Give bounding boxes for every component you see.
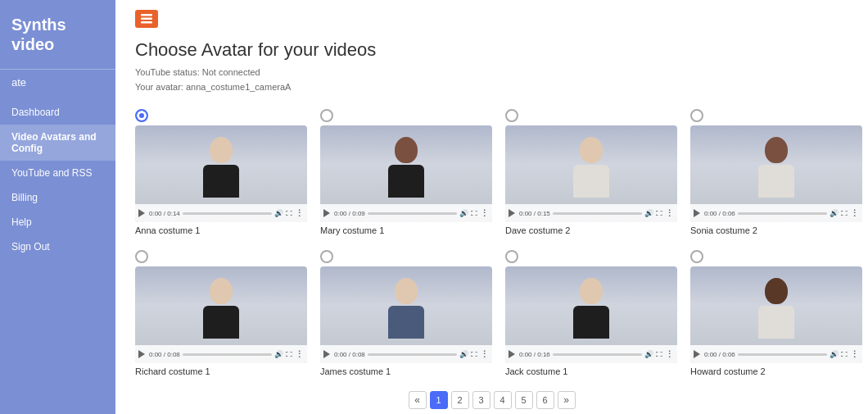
progress-bar[interactable] <box>183 353 272 356</box>
avatar-label-richard-1: Richard costume 1 <box>135 366 307 376</box>
pagination-page-5[interactable]: 5 <box>515 391 533 409</box>
avatar-video-jack-1: 0:00 / 0:16 🔊 ⛶ ⋮ <box>505 266 677 363</box>
avatar-radio-howard-2[interactable] <box>690 250 703 263</box>
volume-icon[interactable]: 🔊 <box>459 209 468 217</box>
avatar-radio-anna-1[interactable] <box>135 109 148 122</box>
app-icon <box>135 10 158 28</box>
play-icon[interactable] <box>138 209 147 217</box>
avatar-radio-jack-1[interactable] <box>505 250 518 263</box>
expand-icon[interactable]: ⛶ <box>286 210 292 217</box>
play-icon[interactable] <box>694 209 702 217</box>
sidebar-item-dashboard[interactable]: Dashboard <box>0 100 115 125</box>
video-time: 0:00 / 0:08 <box>149 351 180 358</box>
volume-icon[interactable]: 🔊 <box>644 350 653 358</box>
expand-icon[interactable]: ⛶ <box>841 210 848 217</box>
more-icon[interactable]: ⋮ <box>295 349 304 360</box>
avatar-card-mary-1[interactable]: 0:00 / 0:09 🔊 ⛶ ⋮ Mary costume 1 <box>320 107 492 235</box>
more-icon[interactable]: ⋮ <box>480 208 489 219</box>
pagination-page-1[interactable]: 1 <box>430 391 448 409</box>
more-icon[interactable]: ⋮ <box>850 208 859 219</box>
pagination: «123456» <box>135 391 848 409</box>
avatar-card-anna-1[interactable]: 0:00 / 0:14 🔊 ⛶ ⋮ Anna costume 1 <box>135 107 307 235</box>
expand-icon[interactable]: ⛶ <box>656 351 662 358</box>
sidebar-nav: DashboardVideo Avatars and ConfigYouTube… <box>0 97 115 259</box>
avatar-label-anna-1: Anna costume 1 <box>135 225 307 235</box>
avatar-radio-sonia-2[interactable] <box>690 109 703 122</box>
avatar-video-howard-2: 0:00 / 0:06 🔊 ⛶ ⋮ <box>690 266 862 363</box>
sidebar-item-youtube-rss[interactable]: YouTube and RSS <box>0 161 115 185</box>
more-icon[interactable]: ⋮ <box>850 349 859 360</box>
pagination-page-6[interactable]: 6 <box>536 391 554 409</box>
progress-bar[interactable] <box>553 353 642 356</box>
sidebar-item-help[interactable]: Help <box>0 210 115 234</box>
page-heading: Choose Avatar for your videos <box>135 39 848 61</box>
sidebar-item-billing[interactable]: Billing <box>0 185 115 210</box>
expand-icon[interactable]: ⛶ <box>471 210 477 217</box>
avatar-label-jack-1: Jack costume 1 <box>505 366 677 376</box>
video-time: 0:00 / 0:15 <box>519 210 550 217</box>
progress-bar[interactable] <box>368 353 457 356</box>
svg-rect-0 <box>141 14 152 16</box>
avatar-card-jack-1[interactable]: 0:00 / 0:16 🔊 ⛶ ⋮ Jack costume 1 <box>505 248 677 376</box>
expand-icon[interactable]: ⛶ <box>841 351 848 358</box>
play-icon[interactable] <box>694 350 702 358</box>
avatar-label-howard-2: Howard costume 2 <box>690 366 862 376</box>
pagination-prev[interactable]: « <box>409 391 427 409</box>
sidebar-ate-label: ate <box>0 69 115 97</box>
avatar-card-howard-2[interactable]: 0:00 / 0:06 🔊 ⛶ ⋮ Howard costume 2 <box>690 248 862 376</box>
avatar-radio-richard-1[interactable] <box>135 250 148 263</box>
sidebar-title: Synths video <box>0 0 115 69</box>
avatar-card-richard-1[interactable]: 0:00 / 0:08 🔊 ⛶ ⋮ Richard costume 1 <box>135 248 307 376</box>
play-icon[interactable] <box>138 350 147 358</box>
volume-icon[interactable]: 🔊 <box>830 350 839 358</box>
avatar-card-sonia-2[interactable]: 0:00 / 0:06 🔊 ⛶ ⋮ Sonia costume 2 <box>690 107 862 235</box>
expand-icon[interactable]: ⛶ <box>286 351 292 358</box>
progress-bar[interactable] <box>553 212 642 215</box>
avatar-radio-james-1[interactable] <box>320 250 333 263</box>
video-time: 0:00 / 0:16 <box>519 351 550 358</box>
play-icon[interactable] <box>509 350 517 358</box>
sidebar-item-video-avatars[interactable]: Video Avatars and Config <box>0 125 115 161</box>
expand-icon[interactable]: ⛶ <box>471 351 477 358</box>
progress-bar[interactable] <box>368 212 457 215</box>
pagination-next[interactable]: » <box>558 391 576 409</box>
video-time: 0:00 / 0:14 <box>149 210 180 217</box>
volume-icon[interactable]: 🔊 <box>274 209 283 217</box>
play-icon[interactable] <box>323 350 332 358</box>
avatar-card-james-1[interactable]: 0:00 / 0:08 🔊 ⛶ ⋮ James costume 1 <box>320 248 492 376</box>
expand-icon[interactable]: ⛶ <box>656 210 662 217</box>
avatar-video-anna-1: 0:00 / 0:14 🔊 ⛶ ⋮ <box>135 125 307 222</box>
volume-icon[interactable]: 🔊 <box>274 350 283 358</box>
progress-bar[interactable] <box>738 353 827 356</box>
avatar-label-mary-1: Mary costume 1 <box>320 225 492 235</box>
more-icon[interactable]: ⋮ <box>665 349 674 360</box>
volume-icon[interactable]: 🔊 <box>830 209 839 217</box>
progress-bar[interactable] <box>738 212 827 215</box>
avatar-grid: 0:00 / 0:14 🔊 ⛶ ⋮ Anna costume 1 0:00 / … <box>135 107 848 376</box>
progress-bar[interactable] <box>183 212 272 215</box>
sidebar-item-sign-out[interactable]: Sign Out <box>0 234 115 259</box>
avatar-label-dave-2: Dave costume 2 <box>505 225 677 235</box>
avatar-video-james-1: 0:00 / 0:08 🔊 ⛶ ⋮ <box>320 266 492 363</box>
more-icon[interactable]: ⋮ <box>665 208 674 219</box>
video-time: 0:00 / 0:09 <box>334 210 365 217</box>
volume-icon[interactable]: 🔊 <box>459 350 468 358</box>
video-time: 0:00 / 0:06 <box>704 351 735 358</box>
play-icon[interactable] <box>509 209 517 217</box>
avatar-video-mary-1: 0:00 / 0:09 🔊 ⛶ ⋮ <box>320 125 492 222</box>
more-icon[interactable]: ⋮ <box>480 349 489 360</box>
volume-icon[interactable]: 🔊 <box>644 209 653 217</box>
avatar-video-richard-1: 0:00 / 0:08 🔊 ⛶ ⋮ <box>135 266 307 363</box>
pagination-page-4[interactable]: 4 <box>494 391 512 409</box>
youtube-status: YouTube status: Not connected <box>135 66 848 80</box>
avatar-card-dave-2[interactable]: 0:00 / 0:15 🔊 ⛶ ⋮ Dave costume 2 <box>505 107 677 235</box>
video-time: 0:00 / 0:06 <box>704 210 735 217</box>
avatar-radio-mary-1[interactable] <box>320 109 333 122</box>
more-icon[interactable]: ⋮ <box>295 208 304 219</box>
sidebar: Synths video ate DashboardVideo Avatars … <box>0 0 115 414</box>
pagination-page-3[interactable]: 3 <box>472 391 491 409</box>
pagination-page-2[interactable]: 2 <box>451 391 469 409</box>
play-icon[interactable] <box>323 209 332 217</box>
avatar-radio-dave-2[interactable] <box>505 109 518 122</box>
avatar-video-sonia-2: 0:00 / 0:06 🔊 ⛶ ⋮ <box>690 125 862 222</box>
